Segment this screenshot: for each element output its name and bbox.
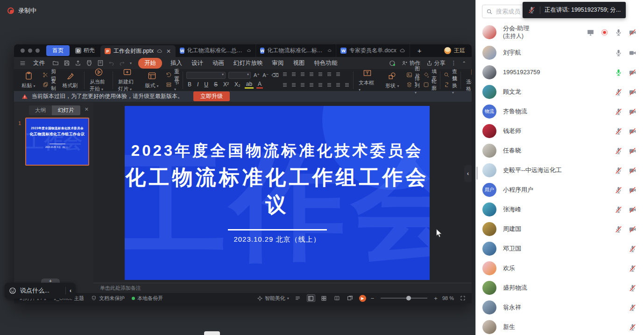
panel-scrollbar[interactable] bbox=[476, 167, 478, 180]
slide-canvas[interactable]: 工作会 2023年度全国物流标准化技术委员会 化工物流标准化工作组工作会议 20… bbox=[93, 102, 472, 283]
轮廓-button[interactable]: 轮廓 bbox=[423, 81, 437, 89]
document-tab[interactable]: W专家委员名单.docx bbox=[336, 44, 410, 57]
window-controls[interactable] bbox=[21, 49, 40, 53]
zoom-slider[interactable] bbox=[381, 298, 427, 299]
复制-button[interactable]: 复制 bbox=[42, 81, 56, 89]
caret-down-icon[interactable]: ▾ bbox=[130, 61, 132, 65]
camera-off-icon[interactable] bbox=[629, 28, 637, 36]
camera-on-icon[interactable] bbox=[629, 49, 637, 57]
zoom-level[interactable]: 98 % bbox=[442, 295, 454, 301]
chat-input-bubble[interactable]: 说点什么... ‹ bbox=[5, 283, 76, 299]
notes-placeholder[interactable]: 单击此处添加备注 bbox=[93, 283, 472, 293]
font-size-button[interactable]: A⁻ bbox=[262, 72, 269, 78]
align-center-icon[interactable] bbox=[291, 81, 297, 90]
para-spacing-icon[interactable] bbox=[344, 81, 350, 90]
mic-muted-icon[interactable] bbox=[615, 225, 623, 233]
backup-status[interactable]: 本地备份开 bbox=[132, 295, 163, 302]
font-name-select[interactable] bbox=[186, 72, 226, 79]
new-tab-button[interactable]: + bbox=[413, 47, 426, 55]
participant-row[interactable]: 翁永祥 bbox=[476, 298, 644, 317]
upgrade-button[interactable]: 立即升级 bbox=[193, 91, 230, 101]
line-spacing-icon[interactable] bbox=[318, 70, 323, 79]
close-tab-icon[interactable]: ✕ bbox=[166, 48, 171, 55]
menu-幻灯片放映[interactable]: 幻灯片放映 bbox=[233, 58, 264, 68]
mic-muted-icon[interactable] bbox=[615, 108, 623, 116]
menu-动画[interactable]: 动画 bbox=[212, 58, 225, 68]
mic-muted-icon[interactable] bbox=[615, 127, 623, 135]
font-style-button[interactable]: I bbox=[196, 81, 200, 88]
participant-row[interactable]: 史毅平--中远海运化工 bbox=[476, 161, 644, 180]
collapse-ribbon-icon[interactable]: ⌃ bbox=[462, 61, 466, 66]
participant-row[interactable]: 欢乐 bbox=[476, 258, 644, 278]
chat-placeholder[interactable]: 说点什么... bbox=[20, 286, 62, 295]
participant-row[interactable]: 盛邦物流 bbox=[476, 278, 644, 298]
participant-row[interactable]: 周建国 bbox=[476, 219, 644, 239]
panel-collapse-handle[interactable]: ‹ bbox=[464, 165, 472, 182]
participant-row[interactable]: 刘宇航 bbox=[476, 43, 644, 63]
document-tab[interactable]: W化工物流标准化...总结(开会版) bbox=[176, 44, 256, 57]
document-tab[interactable]: W化工物流标准化...标准背景介绍) bbox=[256, 44, 336, 57]
char-spacing-icon[interactable] bbox=[335, 81, 341, 90]
mic-on-icon[interactable] bbox=[615, 49, 623, 57]
font-style-button[interactable]: A bbox=[256, 81, 263, 89]
close-panel-icon[interactable]: ✕ bbox=[85, 106, 89, 112]
tab-slides[interactable]: 幻灯片 bbox=[52, 105, 80, 115]
文本框-button[interactable]: 文本框 ▾ bbox=[357, 69, 378, 92]
quick-access-toolbar[interactable]: ▾ bbox=[52, 60, 132, 66]
indent-increase-icon[interactable] bbox=[309, 70, 314, 79]
重置-button[interactable]: 重置 bbox=[166, 71, 179, 79]
zoom-out-button[interactable]: − bbox=[371, 295, 375, 302]
align-right-icon[interactable] bbox=[300, 81, 305, 90]
text-direction-icon[interactable] bbox=[326, 70, 332, 79]
docer-tab[interactable]: D 稻壳 bbox=[75, 47, 95, 55]
menu-file[interactable]: 文件 bbox=[32, 58, 46, 68]
chat-collapse-icon[interactable]: ‹ bbox=[70, 287, 71, 294]
fit-text-icon[interactable] bbox=[335, 70, 341, 79]
fit-slide-icon[interactable] bbox=[459, 294, 467, 302]
screen-share-icon[interactable] bbox=[587, 28, 594, 36]
participant-row[interactable]: 张海峰 bbox=[476, 200, 644, 219]
tab-outline[interactable]: 大纲 bbox=[29, 105, 52, 115]
menu-特色功能[interactable]: 特色功能 bbox=[313, 58, 339, 68]
mic-muted-icon[interactable] bbox=[615, 88, 623, 96]
mic-muted-icon[interactable] bbox=[615, 206, 623, 214]
sync-status-icon[interactable] bbox=[389, 60, 396, 67]
形状-button[interactable]: 形状 ▾ bbox=[382, 71, 403, 89]
mic-muted-icon[interactable] bbox=[629, 284, 637, 292]
节-button[interactable]: 节 ▾ bbox=[166, 81, 179, 89]
slide-thumbnail[interactable]: 工作会 2023年度全国物流标准化技术委员会 化工物流标准化工作组工作会议 20… bbox=[25, 118, 89, 166]
font-size-select[interactable] bbox=[228, 72, 251, 79]
slideshow-play-icon[interactable]: ▶ bbox=[359, 295, 366, 302]
zoom-in-button[interactable]: + bbox=[434, 295, 438, 302]
menu-插入[interactable]: 插入 bbox=[170, 58, 183, 68]
menu-视图[interactable]: 视图 bbox=[292, 58, 306, 68]
粘贴-button[interactable]: 粘贴 ▾ bbox=[18, 71, 39, 89]
justify-icon[interactable] bbox=[309, 81, 314, 90]
hamburger-icon[interactable] bbox=[20, 60, 26, 66]
more-icon[interactable]: ⋮ bbox=[451, 60, 457, 66]
mic-muted-icon[interactable] bbox=[629, 265, 637, 272]
participant-row[interactable]: 新生 bbox=[476, 317, 644, 335]
distribute-icon[interactable] bbox=[318, 81, 323, 90]
document-tab[interactable]: P工作会封面.pptx✕ bbox=[100, 45, 176, 57]
camera-off-icon[interactable] bbox=[629, 108, 637, 116]
menu-开始[interactable]: 开始 bbox=[138, 58, 162, 69]
beautify-button[interactable]: 智能美化▾ bbox=[257, 295, 289, 302]
排列-button[interactable]: 排列 ▾ bbox=[406, 81, 420, 89]
protection-status[interactable]: 文档未保护 bbox=[91, 295, 125, 302]
camera-off-icon[interactable] bbox=[629, 127, 637, 135]
menu-设计[interactable]: 设计 bbox=[191, 58, 204, 68]
font-size-button[interactable]: ⌫ bbox=[271, 72, 279, 78]
格式刷-button[interactable]: 格式刷 bbox=[59, 71, 81, 89]
camera-off-icon[interactable] bbox=[629, 167, 637, 174]
font-style-button[interactable]: U bbox=[203, 81, 210, 88]
mic-on-icon[interactable] bbox=[615, 28, 623, 36]
font-style-button[interactable]: X² bbox=[222, 81, 230, 88]
camera-off-icon[interactable] bbox=[629, 206, 637, 214]
font-style-button[interactable]: ab bbox=[245, 81, 254, 89]
版式-button[interactable]: 版式 ▾ bbox=[141, 71, 163, 89]
camera-off-icon[interactable] bbox=[629, 147, 637, 155]
participant-row[interactable]: 钱老师 bbox=[476, 121, 644, 141]
participant-row[interactable]: 用户小程序用户 bbox=[476, 180, 644, 200]
menu-审阅[interactable]: 审阅 bbox=[271, 58, 285, 68]
